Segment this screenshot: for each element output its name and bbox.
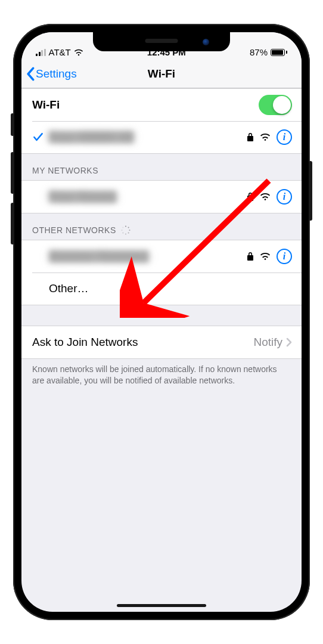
svg-point-7 (122, 227, 123, 228)
home-indicator[interactable] (117, 604, 206, 607)
svg-point-4 (125, 234, 126, 235)
ask-to-join-value: Notify (253, 336, 282, 349)
other-manual-label: Other… (49, 282, 292, 295)
wifi-toggle[interactable] (259, 95, 292, 115)
signal-bars-icon (36, 49, 46, 56)
ask-to-join-label: Ask to Join Networks (32, 336, 253, 349)
my-networks-header: MY NETWORKS (21, 154, 302, 180)
checkmark-icon (32, 131, 49, 143)
svg-point-1 (128, 227, 129, 228)
svg-point-3 (128, 233, 129, 234)
chevron-left-icon (26, 67, 36, 81)
info-icon[interactable]: i (277, 129, 292, 145)
battery-icon (271, 49, 287, 56)
back-button[interactable]: Settings (26, 60, 77, 88)
volume-up-button (11, 152, 14, 194)
screen: AT&T 12:45 PM 87% Settings (21, 32, 302, 612)
info-icon[interactable]: i (277, 189, 292, 205)
mute-switch (11, 113, 14, 136)
power-button (309, 161, 312, 221)
wifi-icon (74, 48, 83, 57)
connected-network-name: Fxxx XXXXX XX (49, 131, 134, 144)
page-title: Wi-Fi (148, 67, 175, 80)
battery-percent-label: 87% (250, 47, 268, 57)
phone-frame: AT&T 12:45 PM 87% Settings (13, 24, 310, 620)
other-network-name: Xxxxxxx Xxxxxxxx (49, 250, 149, 263)
wifi-strength-icon (260, 251, 271, 262)
wifi-label: Wi-Fi (32, 98, 259, 112)
other-manual-row[interactable]: Other… (21, 273, 302, 305)
svg-point-6 (121, 230, 122, 231)
my-network-name: Fxxx Xxxxxx (49, 190, 117, 203)
connected-network-row[interactable]: Fxxx XXXXX XX i (21, 121, 302, 153)
content: Wi-Fi Fxxx XXXXX XX i (21, 88, 302, 612)
info-icon[interactable]: i (277, 249, 292, 264)
wifi-toggle-row: Wi-Fi (21, 89, 302, 121)
lock-icon (247, 252, 254, 261)
my-network-row[interactable]: Fxxx Xxxxxx i (21, 181, 302, 213)
spinner-icon (121, 225, 131, 235)
lock-icon (247, 132, 254, 142)
volume-down-button (11, 203, 14, 244)
chevron-right-icon (286, 338, 292, 347)
ask-to-join-footer: Known networks will be joined automatica… (21, 359, 302, 395)
other-network-row[interactable]: Xxxxxxx Xxxxxxxx i (21, 240, 302, 273)
wifi-strength-icon (260, 132, 271, 143)
nav-bar: Settings Wi-Fi (21, 60, 302, 88)
svg-point-5 (122, 233, 123, 234)
back-label: Settings (36, 67, 77, 80)
svg-point-2 (129, 230, 130, 231)
carrier-label: AT&T (49, 47, 71, 57)
svg-point-0 (125, 226, 126, 227)
lock-icon (247, 192, 254, 202)
notch (93, 32, 230, 51)
wifi-strength-icon (260, 191, 271, 202)
other-networks-header: OTHER NETWORKS (21, 213, 302, 240)
ask-to-join-row[interactable]: Ask to Join Networks Notify (21, 326, 302, 358)
